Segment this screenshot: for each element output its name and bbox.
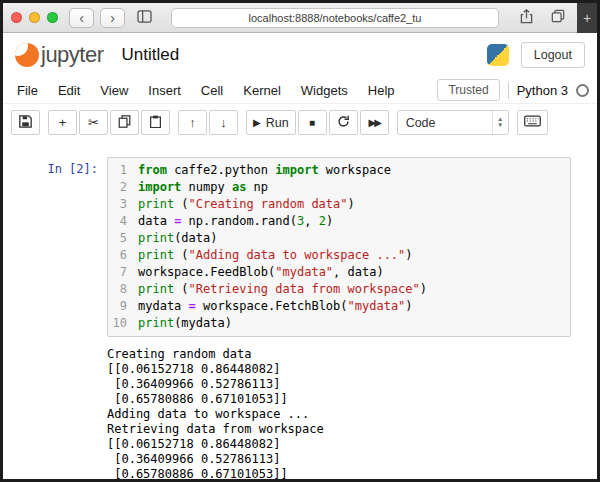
new-tab-button[interactable]: +	[577, 3, 597, 33]
tab-overview-button[interactable]	[545, 7, 571, 29]
code-line: 3print ("Creating random data")	[108, 196, 566, 213]
menu-item-help[interactable]: Help	[368, 83, 395, 98]
output-line: [0.36409966 0.52786113]	[107, 452, 597, 467]
code-text: print ("Adding data to workspace ...")	[138, 247, 413, 264]
move-up-icon: ↑	[189, 116, 196, 129]
code-line: 5print(data)	[108, 230, 566, 247]
cell-type-value: Code	[406, 116, 436, 130]
code-line: 4data = np.random.rand(3, 2)	[108, 213, 566, 230]
menu-item-insert[interactable]: Insert	[148, 83, 181, 98]
menu-item-view[interactable]: View	[100, 83, 128, 98]
line-number: 7	[108, 264, 138, 281]
code-text: data = np.random.rand(3, 2)	[138, 213, 333, 230]
menu-divider	[508, 82, 509, 99]
tab-overview-icon	[551, 9, 565, 26]
paste-cell-button[interactable]	[141, 110, 170, 135]
code-text: workspace.FeedBlob("mydata", data)	[138, 264, 384, 281]
move-down-icon: ↓	[220, 116, 227, 129]
notebook-area: In [2]: 1from caffe2.python import works…	[3, 141, 597, 479]
input-prompt: In [2]:	[3, 157, 107, 176]
browser-window: ‹ › localhost:8888/notebooks/caffe2_tu	[3, 3, 597, 479]
menu-item-cell[interactable]: Cell	[201, 83, 223, 98]
menu-item-kernel[interactable]: Kernel	[243, 83, 281, 98]
header-right: Logout	[487, 42, 585, 68]
kernel-status-icon	[576, 84, 589, 97]
code-editor[interactable]: 1from caffe2.python import workspace2imp…	[107, 157, 571, 337]
minimize-window-button[interactable]	[29, 12, 40, 23]
screenshot-frame: ‹ › localhost:8888/notebooks/caffe2_tu	[0, 0, 600, 482]
code-line: 8print ("Retrieving data from workspace"…	[108, 281, 566, 298]
run-icon: ▶	[253, 118, 261, 128]
code-text: print(mydata)	[138, 315, 232, 332]
save-button[interactable]	[11, 110, 40, 135]
zoom-window-button[interactable]	[47, 12, 58, 23]
copy-cell-button[interactable]	[110, 110, 139, 135]
jupyter-logo-text: jupyter	[41, 42, 104, 68]
jupyter-logo[interactable]: jupyter	[15, 42, 104, 68]
jupyter-header: jupyter Untitled Logout	[3, 33, 597, 77]
code-text: import numpy as np	[138, 179, 268, 196]
add-cell-button[interactable]: +	[48, 110, 77, 135]
move-cell-down-button[interactable]: ↓	[209, 110, 238, 135]
menu-item-file[interactable]: File	[17, 83, 38, 98]
code-lines: 1from caffe2.python import workspace2imp…	[108, 162, 566, 332]
line-number: 9	[108, 298, 138, 315]
close-window-button[interactable]	[11, 12, 22, 23]
menu-item-edit[interactable]: Edit	[58, 83, 80, 98]
output-line: [[0.06152718 0.86448082]	[107, 437, 597, 452]
url-text: localhost:8888/notebooks/caffe2_tu	[249, 12, 422, 24]
restart-icon	[337, 115, 350, 131]
forward-icon: ›	[110, 10, 115, 26]
line-number: 10	[108, 315, 138, 332]
share-button[interactable]	[513, 7, 539, 29]
cell-type-select[interactable]: Code ▲ ▼	[397, 110, 509, 135]
restart-run-all-button[interactable]: ▶▶	[360, 110, 389, 135]
code-text: print(data)	[138, 230, 217, 247]
menu-bar: File Edit View Insert Cell Kernel Widget…	[3, 77, 597, 104]
code-text: from caffe2.python import workspace	[138, 162, 391, 179]
kernel-name: Python 3	[517, 83, 568, 98]
sidebar-icon	[137, 10, 152, 26]
save-icon	[19, 115, 32, 131]
browser-chrome: ‹ › localhost:8888/notebooks/caffe2_tu	[3, 3, 597, 33]
paste-icon	[149, 115, 162, 131]
output-line: Creating random data	[107, 347, 597, 362]
code-text: print ("Creating random data")	[138, 196, 355, 213]
code-cell[interactable]: In [2]: 1from caffe2.python import works…	[3, 157, 597, 337]
line-number: 2	[108, 179, 138, 196]
notebook-toolbar: + ✂ ↑	[3, 104, 597, 141]
output-line: [0.65780886 0.67101053]]	[107, 467, 597, 479]
line-number: 1	[108, 162, 138, 179]
move-cell-up-button[interactable]: ↑	[178, 110, 207, 135]
interrupt-kernel-button[interactable]: ■	[298, 110, 327, 135]
back-button[interactable]: ‹	[69, 8, 94, 28]
notebook-title[interactable]: Untitled	[122, 45, 180, 65]
command-palette-button[interactable]	[517, 110, 548, 135]
sidebar-button[interactable]	[131, 7, 157, 29]
code-line: 9mydata = workspace.FetchBlob("mydata")	[108, 298, 566, 315]
trusted-button[interactable]: Trusted	[437, 79, 499, 101]
output-line: [0.36409966 0.52786113]	[107, 377, 597, 392]
cut-cell-button[interactable]: ✂	[79, 110, 108, 135]
code-line: 2import numpy as np	[108, 179, 566, 196]
run-cell-button[interactable]: ▶ Run	[246, 110, 296, 135]
line-number: 3	[108, 196, 138, 213]
line-number: 5	[108, 230, 138, 247]
forward-button[interactable]: ›	[100, 8, 125, 28]
new-tab-icon: +	[583, 10, 591, 26]
logout-button[interactable]: Logout	[521, 42, 585, 68]
back-icon: ‹	[79, 10, 84, 26]
menu-item-widgets[interactable]: Widgets	[301, 83, 348, 98]
select-stepper-icon: ▲ ▼	[492, 111, 508, 134]
keyboard-icon	[524, 115, 541, 130]
line-number: 8	[108, 281, 138, 298]
copy-icon	[118, 115, 131, 131]
output-line: [0.65780886 0.67101053]]	[107, 392, 597, 407]
code-text: print ("Retrieving data from workspace")	[138, 281, 427, 298]
restart-kernel-button[interactable]	[329, 110, 358, 135]
output-line: Retrieving data from workspace	[107, 422, 597, 437]
code-line: 1from caffe2.python import workspace	[108, 162, 566, 179]
output-line: [[0.06152718 0.86448082]	[107, 362, 597, 377]
address-bar[interactable]: localhost:8888/notebooks/caffe2_tu	[171, 8, 499, 28]
code-line: 10print(mydata)	[108, 315, 566, 332]
